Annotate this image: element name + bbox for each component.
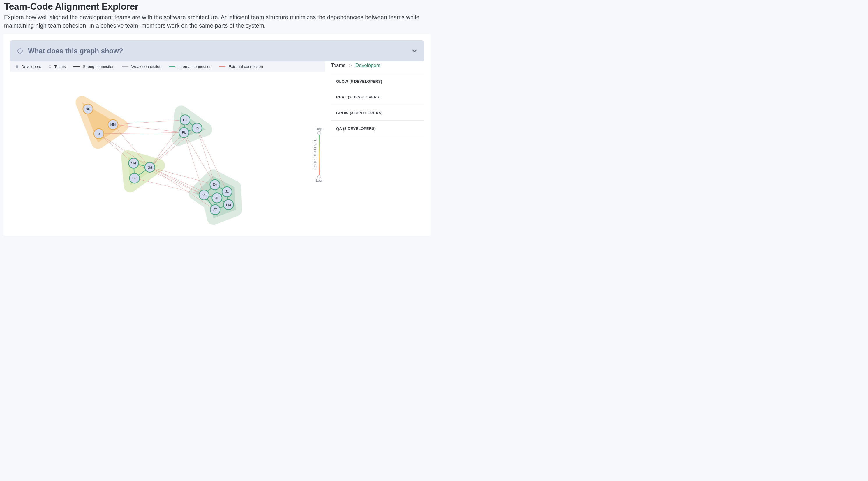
- developer-node-label: CT: [183, 118, 187, 122]
- svg-point-2: [20, 52, 21, 53]
- developer-node-label: KN: [194, 126, 199, 130]
- developer-node-label: RL: [182, 131, 186, 134]
- breadcrumb-root[interactable]: Teams: [331, 63, 345, 68]
- legend-weak: Weak connection: [122, 64, 161, 69]
- developer-node[interactable]: EA: [210, 180, 220, 190]
- dot-hollow-icon: [49, 65, 51, 68]
- legend-internal: Internal connection: [169, 64, 212, 69]
- team-list-item[interactable]: REAL (3 DEVELOPERS): [331, 89, 424, 104]
- developer-node[interactable]: CT: [180, 115, 190, 125]
- developer-node[interactable]: SM: [129, 158, 138, 168]
- developer-node-label: AT: [213, 208, 217, 212]
- dot-filled-icon: [16, 65, 18, 68]
- developer-node[interactable]: RL: [179, 128, 189, 137]
- developer-node[interactable]: MM: [108, 120, 118, 130]
- developer-node-label: SS: [202, 193, 206, 197]
- legend-external: External connection: [219, 64, 263, 69]
- edge-external: [150, 132, 184, 167]
- edge-external: [99, 134, 133, 163]
- page-subtitle: Explore how well aligned the development…: [4, 13, 421, 30]
- line-strong-icon: [73, 66, 80, 67]
- cohesion-low-label: Low: [315, 179, 323, 183]
- edge-external: [150, 167, 204, 195]
- developer-node[interactable]: SS: [199, 190, 209, 200]
- cohesion-knob-high: [317, 131, 321, 135]
- line-external-icon: [219, 66, 225, 67]
- developer-node-label: DK: [132, 177, 137, 180]
- legend-external-label: External connection: [228, 64, 263, 69]
- page-title: Team-Code Alignment Explorer: [4, 1, 430, 12]
- developer-node-label: JF: [215, 196, 219, 200]
- cohesion-gradient: COHESION LEVEL: [319, 133, 320, 177]
- developer-node-label: EA: [213, 183, 217, 186]
- legend-internal-label: Internal connection: [178, 64, 212, 69]
- developer-node-label: EM: [226, 203, 231, 206]
- chevron-down-icon: [411, 48, 418, 54]
- edge-external: [184, 132, 215, 185]
- developer-node[interactable]: AT: [210, 205, 220, 215]
- line-internal-icon: [169, 66, 175, 67]
- cohesion-legend: High COHESION LEVEL Low: [315, 127, 323, 183]
- legend-strong-label: Strong connection: [83, 64, 115, 69]
- main-panel: What does this graph show? Developers Te…: [3, 34, 431, 235]
- developer-node[interactable]: DK: [130, 173, 140, 183]
- developer-node[interactable]: EM: [223, 200, 233, 210]
- developer-node-label: NS: [86, 107, 90, 110]
- cohesion-axis-label: COHESION LEVEL: [313, 139, 317, 170]
- cohesion-high-label: High: [315, 127, 323, 131]
- developer-node-label: SM: [131, 161, 136, 165]
- legend-developers-label: Developers: [21, 64, 41, 69]
- developer-node-label: e: [98, 132, 100, 135]
- legend-teams: Teams: [49, 64, 66, 69]
- developer-node[interactable]: JM: [145, 162, 155, 172]
- developer-node-label: JM: [148, 166, 152, 169]
- legend-weak-label: Weak connection: [131, 64, 161, 69]
- team-list-item[interactable]: QA (3 DEVELOPERS): [331, 120, 424, 136]
- breadcrumb-leaf[interactable]: Developers: [355, 63, 380, 68]
- developer-node[interactable]: e: [94, 129, 104, 138]
- line-weak-icon: [122, 66, 128, 67]
- info-banner[interactable]: What does this graph show?: [10, 40, 424, 61]
- developer-node[interactable]: JF: [212, 193, 222, 203]
- graph-canvas[interactable]: NSMMeCTKNRLSMJMDKEAJLSSJFEMAT High COHES…: [10, 74, 325, 235]
- info-icon: [18, 48, 23, 54]
- legend-developers: Developers: [16, 64, 41, 69]
- cohesion-knob-low: [317, 175, 321, 179]
- developer-node[interactable]: NS: [83, 104, 93, 114]
- info-banner-title: What does this graph show?: [28, 47, 123, 55]
- developer-node[interactable]: JL: [222, 187, 232, 196]
- developer-node-label: MM: [111, 123, 116, 126]
- team-list-item[interactable]: GLOW (6 DEVELOPERS): [331, 73, 424, 89]
- developer-node-label: JL: [225, 190, 229, 193]
- breadcrumb: Teams > Developers: [331, 61, 424, 73]
- team-list: GLOW (6 DEVELOPERS)REAL (3 DEVELOPERS)GR…: [331, 73, 424, 136]
- developer-node[interactable]: KN: [192, 123, 202, 133]
- team-list-item[interactable]: GROW (3 DEVELOPERS): [331, 104, 424, 120]
- breadcrumb-sep-icon: >: [349, 63, 352, 68]
- legend-teams-label: Teams: [54, 64, 66, 69]
- edge-external: [184, 132, 204, 195]
- legend-strong: Strong connection: [73, 64, 115, 69]
- legend-bar: Developers Teams Strong connection Weak …: [10, 61, 325, 72]
